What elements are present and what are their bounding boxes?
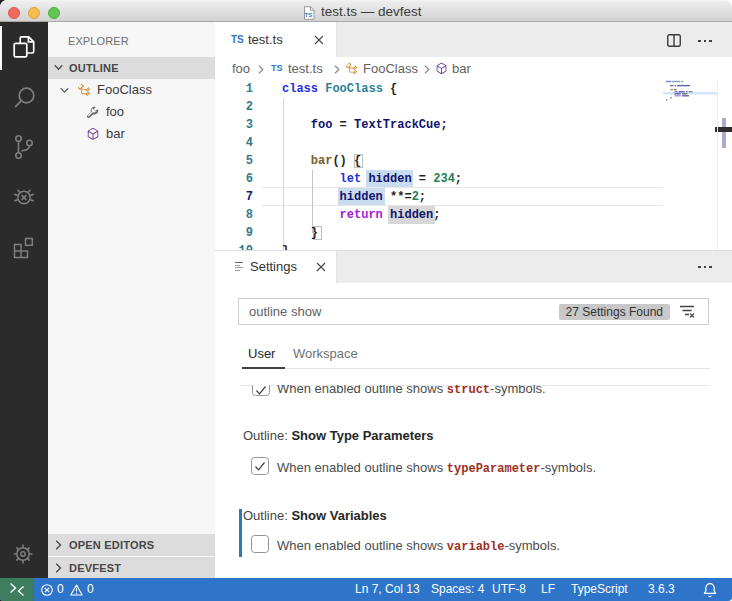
- svg-text:TS: TS: [305, 12, 313, 18]
